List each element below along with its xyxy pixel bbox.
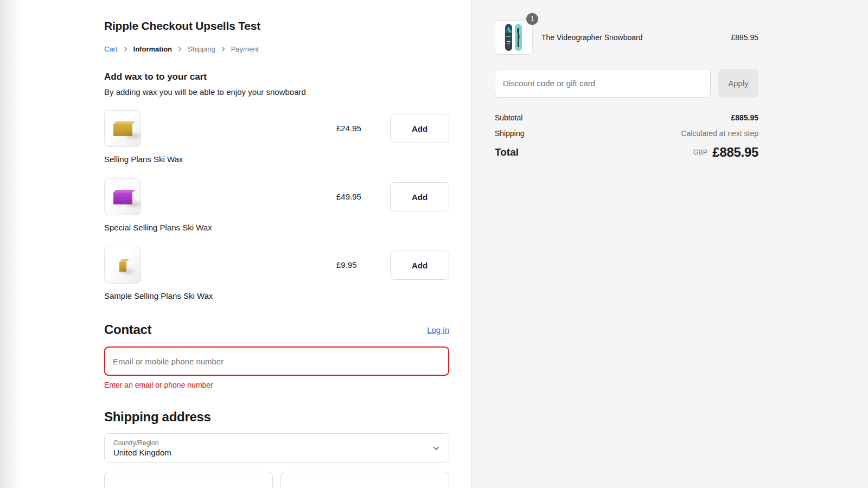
total-row: Total GBP £885.95 (495, 145, 758, 160)
checkout-main-pane: Ripple Checkout Upsells Test Cart Inform… (0, 0, 471, 488)
add-to-cart-button[interactable]: Add (390, 251, 449, 280)
last-name-input[interactable] (280, 472, 449, 488)
product-price: £49.95 (336, 178, 390, 215)
name-fields-row (104, 472, 449, 488)
upsell-heading: Add wax to to your cart (104, 72, 449, 82)
wax-sample-product-image (104, 247, 141, 284)
chevron-right-icon (124, 46, 127, 52)
contact-section: Contact Log in Enter an email or phone n… (104, 322, 449, 389)
total-label: Total (495, 146, 519, 158)
totals-section: Subtotal £885.95 Shipping Calculated at … (495, 113, 758, 160)
email-or-phone-input[interactable] (104, 346, 449, 376)
product-price: £9.95 (336, 247, 390, 284)
quantity-badge: 1 (526, 13, 538, 25)
email-error-message: Enter an email or phone number (104, 381, 449, 389)
country-region-select[interactable]: Country/Region United Kingdom (104, 433, 449, 463)
shipping-address-section: Shipping address Country/Region United K… (104, 409, 449, 488)
discount-row: Apply (495, 69, 758, 98)
cart-line-item: 1 The Videographer Snowboard £885.95 (495, 20, 758, 55)
subtotal-row: Subtotal £885.95 (495, 113, 758, 122)
snowboard-product-image (495, 20, 533, 55)
country-region-label: Country/Region (113, 439, 171, 447)
wax-gold-product-image (104, 110, 141, 147)
wax-purple-product-image (104, 178, 141, 215)
store-title: Ripple Checkout Upsells Test (104, 20, 449, 33)
line-item-name: The Videographer Snowboard (541, 33, 731, 42)
subtotal-label: Subtotal (495, 113, 522, 122)
login-link[interactable]: Log in (427, 325, 449, 335)
chevron-right-icon (178, 46, 182, 52)
country-region-value: United Kingdom (113, 448, 171, 457)
breadcrumb-payment: Payment (231, 45, 259, 53)
upsell-product-list: £24.95 Add Selling Plans Ski Wax £49.95 … (104, 110, 449, 300)
currency-code: GBP (693, 149, 707, 156)
shipping-label: Shipping (495, 129, 525, 138)
upsell-subheading: By adding wax you will be able to enjoy … (104, 87, 449, 97)
add-to-cart-button[interactable]: Add (390, 114, 449, 143)
discount-code-input[interactable] (495, 69, 711, 98)
chevron-down-icon (432, 446, 440, 451)
product-name: Selling Plans Ski Wax (104, 155, 449, 164)
line-item-price: £885.95 (731, 33, 758, 42)
upsell-product-row: £9.95 Add Sample Selling Plans Ski Wax (104, 247, 449, 300)
product-price: £24.95 (336, 110, 390, 147)
chevron-right-icon (221, 46, 225, 52)
order-summary-pane: 1 The Videographer Snowboard £885.95 App… (471, 0, 868, 488)
total-value: £885.95 (712, 145, 758, 160)
shipping-address-heading: Shipping address (104, 409, 449, 425)
breadcrumb: Cart Information Shipping Payment (104, 45, 449, 53)
first-name-input[interactable] (104, 472, 273, 488)
breadcrumb-cart[interactable]: Cart (104, 45, 118, 53)
contact-heading: Contact (104, 322, 151, 337)
subtotal-value: £885.95 (731, 113, 758, 122)
product-name: Sample Selling Plans Ski Wax (104, 291, 449, 300)
apply-discount-button[interactable]: Apply (718, 69, 758, 98)
upsell-product-row: £49.95 Add Special Selling Plans Ski Wax (104, 178, 449, 232)
shipping-row: Shipping Calculated at next step (495, 129, 758, 138)
product-name: Special Selling Plans Ski Wax (104, 223, 449, 232)
breadcrumb-information: Information (133, 45, 173, 53)
upsell-product-row: £24.95 Add Selling Plans Ski Wax (104, 110, 449, 164)
add-to-cart-button[interactable]: Add (390, 182, 449, 211)
breadcrumb-shipping: Shipping (188, 45, 215, 53)
shipping-value: Calculated at next step (681, 129, 758, 138)
